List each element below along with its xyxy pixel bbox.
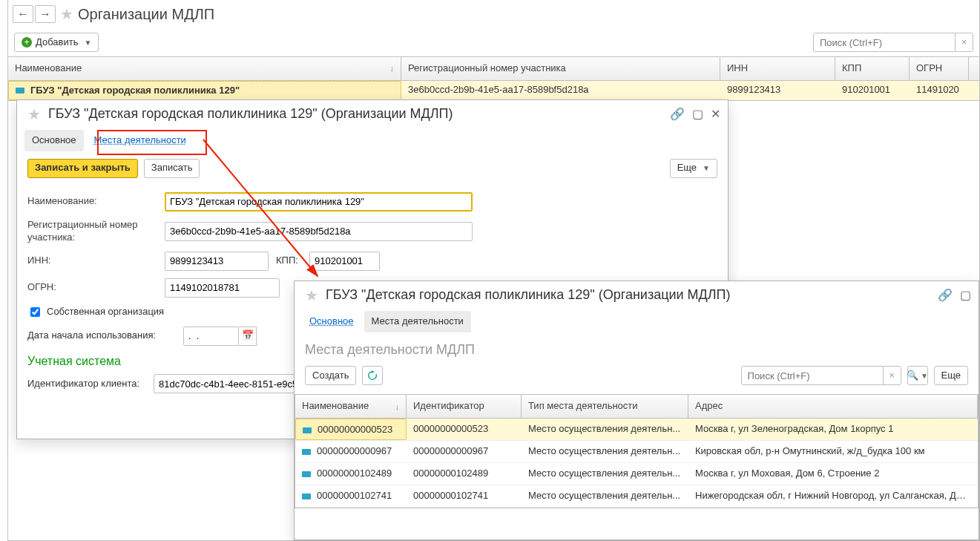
clear-search-button[interactable]: ×	[883, 367, 901, 384]
dialog-title: ГБУЗ "Детская городская поликлиника 129"…	[48, 105, 453, 122]
col-addr[interactable]: Адрес	[688, 395, 978, 418]
search-input[interactable]	[814, 37, 955, 48]
table-row[interactable]: 0000000010248900000000102489Место осущес…	[295, 463, 978, 485]
clear-search-button[interactable]: ×	[955, 33, 973, 51]
refresh-icon	[367, 370, 378, 381]
chevron-down-icon: ▼	[703, 163, 710, 173]
dialog-header: ★ ГБУЗ "Детская городская поликлиника 12…	[295, 281, 979, 311]
search-button[interactable]: 🔍▼	[907, 366, 928, 385]
refresh-button[interactable]	[362, 366, 383, 385]
tabs: Основное Места деятельности	[295, 311, 979, 340]
main-grid: Наименование↓ Регистрационный номер учас…	[8, 56, 979, 101]
more-button[interactable]: Еще▼	[670, 159, 717, 178]
date-field[interactable]	[183, 327, 239, 346]
maximize-icon[interactable]: ▢	[960, 289, 971, 301]
label-client: Идентификатор клиента:	[27, 378, 146, 390]
topbar: ← → ★ Организации МДЛП	[8, 0, 979, 28]
own-org-check[interactable]	[30, 307, 40, 317]
grid-header: Наименование↓ Идентификатор Тип места де…	[295, 395, 978, 419]
calendar-icon[interactable]: 📅	[239, 327, 257, 346]
col-id[interactable]: Идентификатор	[407, 395, 522, 418]
label-ogrn: ОГРН:	[27, 281, 157, 294]
window-controls: 🔗 ▢ ✕	[670, 108, 720, 120]
star-icon[interactable]: ★	[60, 4, 73, 24]
col-name[interactable]: Наименование↓	[8, 57, 401, 80]
sort-arrow-icon: ↓	[395, 401, 400, 412]
table-row[interactable]: 0000000000052300000000000523Место осущес…	[295, 419, 978, 441]
reg-field[interactable]	[165, 222, 473, 241]
tab-places[interactable]: Места деятельности	[87, 130, 194, 151]
dialog-toolbar: Записать и закрыть Записать Еще▼	[17, 159, 728, 188]
main-toolbar: + Добавить ▼ ×	[8, 28, 979, 56]
table-row[interactable]: 0000000010274100000000102741Место осущес…	[295, 485, 978, 508]
dialog-header: ★ ГБУЗ "Детская городская поликлиника 12…	[17, 100, 728, 130]
link-icon[interactable]: 🔗	[938, 289, 953, 301]
maximize-icon[interactable]: ▢	[692, 108, 703, 120]
dialog-places: ★ ГБУЗ "Детская городская поликлиника 12…	[294, 281, 979, 540]
table-row[interactable]: ГБУЗ "Детская городская поликлиника 129"…	[8, 81, 979, 100]
ogrn-field[interactable]	[165, 278, 280, 298]
window-controls: 🔗 ▢	[938, 289, 971, 301]
col-kpp[interactable]: КПП	[835, 57, 910, 80]
label-inn: ИНН:	[27, 255, 157, 267]
places-grid: Наименование↓ Идентификатор Тип места де…	[295, 394, 979, 508]
tab-main[interactable]: Основное	[24, 130, 84, 151]
tabs: Основное Места деятельности	[17, 130, 728, 159]
row-icon	[302, 449, 311, 455]
nav-back-button[interactable]: ←	[13, 5, 33, 23]
tab-main[interactable]: Основное	[302, 311, 361, 332]
client-id-field[interactable]	[154, 374, 309, 393]
col-reg[interactable]: Регистрационный номер участника	[401, 57, 720, 80]
places-toolbar: Создать × 🔍▼ Еще	[295, 366, 979, 394]
own-org-checkbox[interactable]: Собственная организация	[27, 305, 164, 319]
create-button[interactable]: Создать	[305, 366, 356, 385]
col-name[interactable]: Наименование↓	[295, 395, 407, 418]
label-name: Наименование:	[27, 195, 157, 208]
places-search: ×	[741, 366, 901, 385]
save-button[interactable]: Записать	[144, 159, 200, 178]
name-field[interactable]	[165, 192, 473, 212]
table-row[interactable]: 0000000000096700000000000967Место осущес…	[295, 441, 978, 463]
row-icon	[16, 88, 24, 94]
row-icon	[303, 427, 312, 433]
col-inn[interactable]: ИНН	[720, 57, 835, 80]
dialog-title: ГБУЗ "Детская городская поликлиника 129"…	[326, 286, 731, 304]
tab-places[interactable]: Места деятельности	[364, 311, 471, 332]
star-icon[interactable]: ★	[27, 105, 41, 124]
page-title: Организации МДЛП	[78, 4, 214, 24]
sort-arrow-icon: ↓	[390, 63, 395, 73]
plus-icon: +	[22, 37, 32, 47]
chevron-down-icon: ▼	[84, 38, 91, 47]
add-button[interactable]: + Добавить ▼	[14, 33, 99, 52]
nav-forward-button[interactable]: →	[35, 5, 56, 23]
chevron-down-icon: ▼	[921, 371, 928, 381]
row-icon	[302, 471, 311, 477]
label-reg: Регистрационный номер участника:	[27, 219, 157, 244]
add-button-label: Добавить	[36, 36, 78, 49]
col-ogrn[interactable]: ОГРН	[910, 57, 969, 80]
inn-field[interactable]	[165, 252, 269, 271]
kpp-field[interactable]	[309, 252, 380, 271]
col-type[interactable]: Тип места деятельности	[522, 395, 688, 418]
search-box: ×	[813, 33, 973, 52]
link-icon[interactable]: 🔗	[670, 108, 685, 120]
star-icon[interactable]: ★	[305, 286, 318, 305]
label-date: Дата начала использования:	[27, 329, 176, 342]
label-kpp: КПП:	[276, 255, 302, 267]
more-button[interactable]: Еще	[934, 366, 968, 385]
places-subtitle: Места деятельности МДЛП	[295, 340, 979, 366]
row-icon	[302, 494, 311, 499]
grid-header: Наименование↓ Регистрационный номер учас…	[8, 57, 979, 81]
close-icon[interactable]: ✕	[711, 108, 720, 120]
save-close-button[interactable]: Записать и закрыть	[27, 159, 138, 178]
places-search-input[interactable]	[742, 370, 883, 381]
